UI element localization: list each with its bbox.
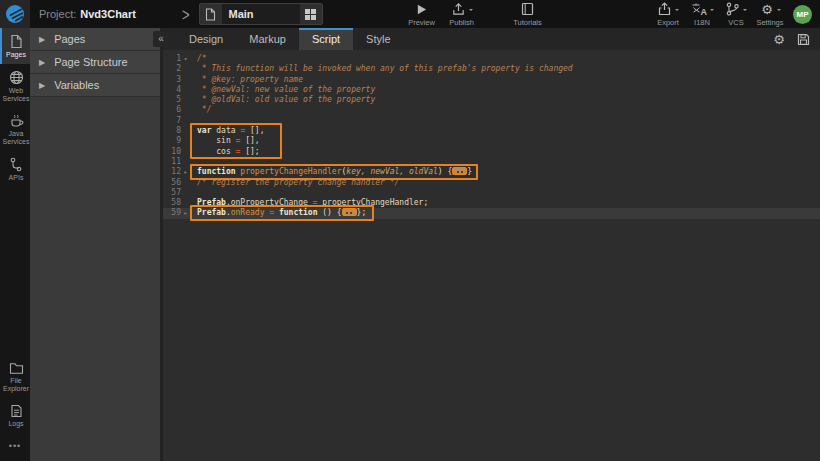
line-number: 9 xyxy=(163,136,181,146)
code-line-9[interactable]: 9 sin = [], xyxy=(163,136,820,146)
icon-sidebar: PagesWeb ServicesJava ServicesAPIs File … xyxy=(0,28,30,461)
line-number: 2 xyxy=(163,64,181,74)
code-editor[interactable]: 1▾/*2 * This function will be invoked wh… xyxy=(163,50,820,461)
save-icon[interactable] xyxy=(797,33,810,46)
sidebar-item-file-explorer[interactable]: File Explorer xyxy=(0,356,30,398)
line-content: sin = [], xyxy=(190,136,260,146)
line-content: Prefab.onReady = function () {}; xyxy=(190,208,366,218)
settings-button[interactable]: ⚙Settings xyxy=(755,2,785,27)
sidebar-item-apis[interactable]: APIs xyxy=(0,151,30,187)
tab-design[interactable]: Design xyxy=(176,28,236,50)
fold-gutter xyxy=(181,147,190,157)
line-number: 11 xyxy=(163,157,181,167)
i18n-icon: A xyxy=(691,2,707,16)
line-content xyxy=(190,188,197,198)
page-icon xyxy=(200,4,222,24)
vcs-button[interactable]: VCS xyxy=(721,2,751,27)
line-content: * This function will be invoked when any… xyxy=(190,64,573,74)
fold-gutter xyxy=(181,64,190,74)
editor-tabs: DesignMarkupScriptStyle xyxy=(176,28,404,50)
collapse-panel-button[interactable]: « xyxy=(153,31,169,47)
line-content: * @newVal: new value of the property xyxy=(190,85,375,95)
fold-gutter xyxy=(181,188,190,198)
grid-icon[interactable] xyxy=(300,4,322,24)
code-line-3[interactable]: 3 * @key: property name xyxy=(163,75,820,85)
code-line-6[interactable]: 6 */ xyxy=(163,105,820,115)
code-line-12[interactable]: 12▸function propertyChangeHandler(key, n… xyxy=(163,167,820,177)
tab-style[interactable]: Style xyxy=(353,28,403,50)
more-options-button[interactable]: ••• xyxy=(0,433,30,461)
editor-area: « DesignMarkupScriptStyle ⚙ 1▾/*2 * This… xyxy=(160,28,820,461)
tutorials-button[interactable]: Tutorials xyxy=(513,2,543,27)
i18n-button[interactable]: AI18N xyxy=(687,2,717,27)
code-line-1[interactable]: 1▾/* xyxy=(163,54,820,64)
line-content: Prefab.onPropertyChange = propertyChange… xyxy=(190,198,428,208)
folded-code-widget[interactable] xyxy=(342,208,357,216)
code-line-56[interactable]: 56/* register the property change handle… xyxy=(163,178,820,188)
sidebar-item-label: Logs xyxy=(8,420,23,428)
line-content: cos = []; xyxy=(190,147,260,157)
fold-closed-icon[interactable]: ▸ xyxy=(181,167,190,177)
fold-gutter xyxy=(181,157,190,167)
topbar-center-actions: PreviewPublishTutorials xyxy=(407,2,543,27)
logo-icon xyxy=(5,4,25,24)
gear-icon[interactable]: ⚙ xyxy=(773,32,785,47)
user-avatar[interactable]: MP xyxy=(793,5,812,24)
line-number: 56 xyxy=(163,178,181,188)
chevron-right-icon: ▶ xyxy=(39,58,45,67)
line-content: /* xyxy=(190,54,207,64)
line-content xyxy=(190,116,197,126)
chevron-right-icon: ▶ xyxy=(39,35,45,44)
code-line-10[interactable]: 10 cos = []; xyxy=(163,147,820,157)
sidebar-bottom-items: File ExplorerLogs xyxy=(0,356,30,433)
vcs-icon xyxy=(725,2,740,16)
app-logo[interactable] xyxy=(0,0,30,28)
tab-markup[interactable]: Markup xyxy=(236,28,299,50)
sidebar-item-label: Pages xyxy=(6,51,26,59)
action-label: Settings xyxy=(756,18,783,27)
fold-gutter xyxy=(181,105,190,115)
pages-panel: ▶Pages▶Page Structure▶Variables xyxy=(30,28,160,461)
chevron-down-icon xyxy=(743,9,747,13)
panel-section-variables[interactable]: ▶Variables xyxy=(30,74,160,97)
sidebar-item-label: APIs xyxy=(9,174,24,182)
preview-button[interactable]: Preview xyxy=(407,2,437,27)
publish-button[interactable]: Publish xyxy=(447,2,477,27)
code-line-57[interactable]: 57 xyxy=(163,188,820,198)
code-line-2[interactable]: 2 * This function will be invoked when a… xyxy=(163,64,820,74)
code-line-8[interactable]: 8var data = [], xyxy=(163,126,820,136)
fold-gutter xyxy=(181,178,190,188)
panel-section-pages[interactable]: ▶Pages xyxy=(30,28,160,51)
code-line-59[interactable]: 59▸Prefab.onReady = function () {}; xyxy=(163,208,820,218)
topbar-right-actions: ExportAI18NVCS⚙Settings xyxy=(653,2,785,27)
sidebar-top-items: PagesWeb ServicesJava ServicesAPIs xyxy=(0,28,30,187)
action-label: Publish xyxy=(449,18,474,27)
code-line-11[interactable]: 11 xyxy=(163,157,820,167)
export-button[interactable]: Export xyxy=(653,2,683,27)
fold-open-icon[interactable]: ▾ xyxy=(181,54,190,64)
panel-section-label: Pages xyxy=(54,33,85,45)
svg-text:⚙: ⚙ xyxy=(761,2,773,16)
publish-icon xyxy=(451,2,466,16)
fold-closed-icon[interactable]: ▸ xyxy=(181,208,190,218)
line-number: 58 xyxy=(163,198,181,208)
code-line-4[interactable]: 4 * @newVal: new value of the property xyxy=(163,85,820,95)
settings-icon: ⚙ xyxy=(760,2,774,16)
sidebar-item-web-services[interactable]: Web Services xyxy=(0,64,30,108)
panel-section-page-structure[interactable]: ▶Page Structure xyxy=(30,51,160,74)
sidebar-item-pages[interactable]: Pages xyxy=(0,28,30,64)
logs-icon xyxy=(10,404,23,418)
apis-icon xyxy=(9,157,23,172)
code-line-7[interactable]: 7 xyxy=(163,116,820,126)
tab-script[interactable]: Script xyxy=(299,28,353,50)
folded-code-widget[interactable] xyxy=(452,167,467,175)
action-label: I18N xyxy=(694,18,710,27)
editor-toolbar: ⚙ xyxy=(773,28,820,50)
line-number: 10 xyxy=(163,147,181,157)
page-selector[interactable]: Main xyxy=(199,3,323,25)
code-line-5[interactable]: 5 * @oldVal: old value of the property xyxy=(163,95,820,105)
line-content: function propertyChangeHandler(key, newV… xyxy=(190,167,472,177)
sidebar-item-java-services[interactable]: Java Services xyxy=(0,108,30,151)
sidebar-item-logs[interactable]: Logs xyxy=(0,398,30,433)
code-line-58[interactable]: 58Prefab.onPropertyChange = propertyChan… xyxy=(163,198,820,208)
